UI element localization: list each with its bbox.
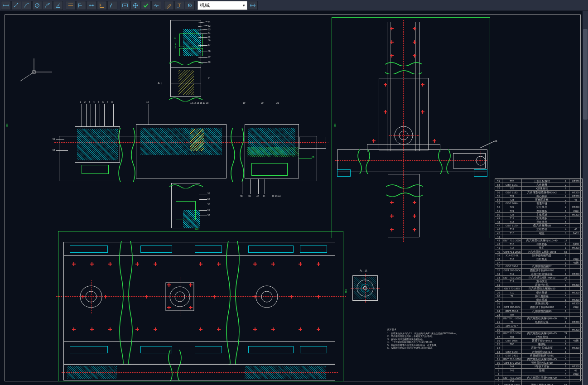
bom-row: 27纵向底板1HT200	[495, 298, 582, 301]
bom-row: 5T57	[495, 379, 582, 383]
dim-style-value: 机械	[200, 2, 210, 9]
dim-aligned-btn[interactable]	[11, 1, 21, 10]
dim-update-btn[interactable]	[185, 1, 195, 10]
bom-row: 6GB/T 70.1-2008内六角圆柱头螺钉M8×204	[495, 375, 582, 379]
center-mark-btn[interactable]	[130, 1, 140, 10]
bom-row: 59T26上盖压板螺钉2HT200	[495, 179, 582, 183]
bom-row: 15T03连接板1	[495, 342, 582, 346]
bom-row: 11GB/T 70.1-2008内六角圆柱头螺钉M6×158	[495, 357, 582, 361]
bom-row: 52T22定位块座2HT200	[495, 205, 582, 208]
dim-text-edit-btn[interactable]	[174, 1, 184, 10]
bom-row: 37145钢	[495, 260, 582, 264]
bom-row: 7345钢	[495, 372, 582, 375]
bom-row: 22GB/T70.1.-2008内六角圆柱头螺钉M6×3024	[495, 316, 582, 320]
tolerance-btn[interactable]	[120, 1, 130, 10]
dim-diameter-btn[interactable]	[32, 1, 42, 10]
bom-row: 30GB/T 70-1985内六角圆柱头螺栓M105	[495, 286, 582, 290]
bom-row: 10GB/T 879-2000弹性圆柱销2.5×102	[495, 361, 582, 364]
bom-row: 57T25X滚珠丝杠1	[495, 186, 582, 190]
dim-ordinate-btn[interactable]	[97, 1, 107, 10]
bom-row: 16GB/T 1096-2003普通平键3×3×8.5145钢	[495, 338, 582, 342]
bom-row: 28T9伸出连接座5	[495, 294, 582, 298]
bom-row: 43GB/T 70.1-2008内六角圆柱头螺钉M10×4017	[495, 238, 582, 242]
bom-row: 21T6电机固定座1HT200	[495, 320, 582, 323]
bom-row: 32T11滑动支座5	[495, 279, 582, 283]
bom-row: 24GB/T 883-2.孔用弹性挡圈401	[495, 309, 582, 313]
main-toolbar: 机械	[0, 0, 588, 11]
bom-row: 51T21连接接板145钢	[495, 209, 582, 212]
dim-angle-btn[interactable]	[53, 1, 63, 10]
bom-row: 14滚珠丝杠后轴承座1HT200	[495, 346, 582, 349]
bom-row: 49T19安装底板2	[495, 216, 582, 220]
bom-row: 17T04X方向导轨1	[495, 335, 582, 338]
dim-jogged-btn[interactable]	[107, 1, 117, 10]
vertical-scrollbar[interactable]	[583, 11, 588, 385]
dim-continue-btn[interactable]	[87, 1, 96, 10]
dim-quick-btn[interactable]	[66, 1, 76, 10]
bom-row: 54T23压板固定板245	[495, 197, 582, 201]
bom-row: 45T16端盖62A12	[495, 231, 582, 235]
bom-row: 47GB/T 6170-2000I型六角螺母M84	[495, 223, 582, 227]
bom-row: 23T07	[495, 313, 582, 316]
bom-row: 19T05HT200	[495, 327, 582, 331]
bom-row: 38T13丝杠托架145钢	[495, 257, 582, 260]
note-6: 6．按图所示两端进行定位并调整,试运转确认。	[387, 346, 478, 350]
bom-row: 46T17立柱垫块445	[495, 227, 582, 231]
dim-arc-btn[interactable]	[22, 1, 32, 10]
bom-row: 29T10纵向垫板1HT200	[495, 290, 582, 294]
bom-row: 50T28主体底板2HT200	[495, 212, 582, 216]
bom-row: 58GB/T 1171-2006六角螺母2	[495, 183, 582, 186]
bom-row: 42T15导向挡板2Q235	[495, 242, 582, 245]
bom-row: 26T8滚珠丝杠母2HT200	[495, 301, 582, 305]
notes-title: 技术要求	[387, 328, 478, 331]
bom-table: 59T26上盖压板螺钉2HT20058GB/T 1171-2006六角螺母257…	[495, 178, 583, 385]
bom-row: 44	[495, 235, 582, 238]
bom-row: 35GB/T 283-2004圆柱滚子轴承NU2051	[495, 268, 582, 272]
bom-row: 9T44X导轨工作台1HT200	[495, 364, 582, 368]
dim-edit-btn[interactable]	[164, 1, 174, 10]
bom-row: 13GB/T 6170-2000六角螺母M16×1.51	[495, 350, 582, 353]
dim-break-btn[interactable]	[151, 1, 161, 10]
bom-row: 8T43垫圈445	[495, 368, 582, 372]
bom-row: 53GB/T 1096-2003普通平键1	[495, 201, 582, 205]
bom-row: 12GB/T 240.2角接触球轴承7203C2	[495, 353, 582, 357]
bom-row: 39JCA-625-6L脉冲输出编码器6	[495, 253, 582, 257]
bom-row: 36GB/T 893-2孔用弹性挡圈571	[495, 264, 582, 268]
scrollbar-thumb[interactable]	[583, 29, 588, 120]
dim-radius-btn[interactable]	[43, 1, 53, 10]
bom-row: 48T18导向滑座5	[495, 220, 582, 223]
bom-row: 33GB/T 70.3-2000内六角沉头螺钉M6×2038	[495, 275, 582, 279]
bom-row: 55T24调心轴承2HT200	[495, 194, 582, 197]
inspect-btn[interactable]	[141, 1, 151, 10]
bom-row: 31滚珠丝杠马1HT200	[495, 283, 582, 286]
bom-row: 34T12滚珠丝杠前轴承座1HT200	[495, 272, 582, 275]
dim-style-btn[interactable]	[248, 1, 258, 10]
dim-linear-btn[interactable]	[1, 1, 11, 10]
tech-notes: 技术要求 1．所有未注倒角均为C1，未注圆角均为R1,未注公差按GB/T1804…	[387, 328, 478, 350]
bom-row: 41T14垫片1HT200	[495, 245, 582, 249]
bom-row: 56GB/T 6182-2000六角薄型锁紧螺母M36×21HT200	[495, 190, 582, 194]
dim-style-dropdown[interactable]: 机械	[198, 1, 247, 10]
bom-row: 40GB/T70.1-2008内六角圆柱头螺钉M5×855	[495, 250, 582, 253]
bom-row: 20110-1042-41	[495, 323, 582, 327]
dim-baseline-btn[interactable]	[76, 1, 86, 10]
bom-row: 25GB/T 283-2004圆柱滚子轴承NU203145钢	[495, 305, 582, 308]
bom-row: 18GB/T 70.1-2008内六角圆柱头螺钉M8×2574	[495, 331, 582, 335]
bom-row: 4GB/T 65-1976圆柱头螺钉Z M3×858	[495, 383, 582, 385]
drawing-canvas[interactable]: 61 62 63 64 65 66 67 68 69 70 71 Ø60H7 2…	[0, 11, 588, 385]
